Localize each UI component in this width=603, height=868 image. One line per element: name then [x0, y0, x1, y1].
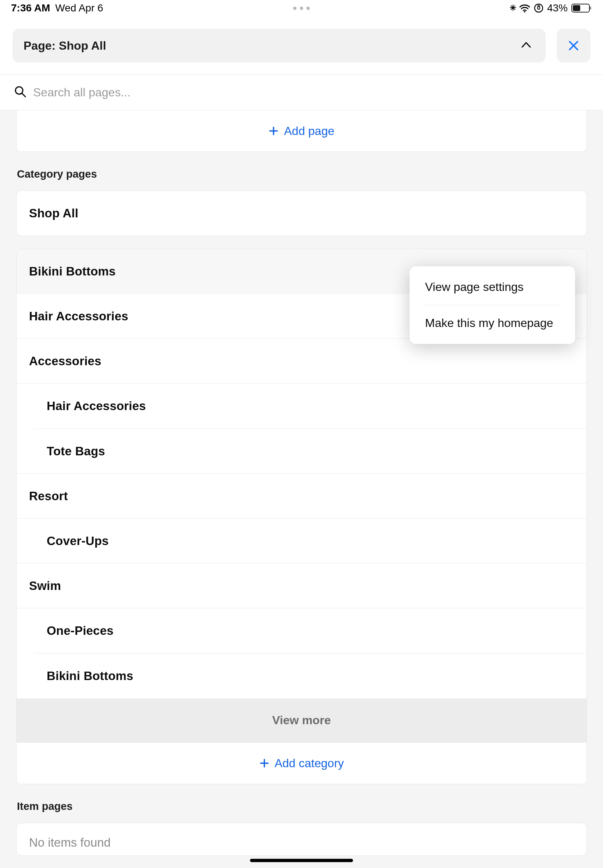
search-icon: [14, 85, 26, 99]
category-row-accessories-hair[interactable]: Hair Accessories: [17, 384, 586, 429]
category-pages-label: Category pages: [16, 152, 587, 190]
chevron-up-icon: [519, 38, 533, 53]
header-bar: Page: Shop All: [0, 16, 603, 74]
menu-item-make-homepage[interactable]: Make this my homepage: [410, 305, 575, 341]
no-items-text: No items found: [17, 823, 586, 853]
category-row-swim[interactable]: Swim: [17, 563, 586, 608]
category-title: Hair Accessories: [29, 309, 128, 323]
view-more-button[interactable]: View more: [17, 698, 586, 743]
category-row-resort-coverups[interactable]: Cover-Ups: [17, 518, 586, 563]
status-bar: 7:36 AM Wed Apr 6 ✳︎ 43%: [0, 0, 603, 16]
category-row-swim-bikini-bottoms[interactable]: Bikini Bottoms: [17, 654, 586, 698]
content-area: Add page Category pages Shop All Bikini …: [0, 110, 603, 868]
add-page-button[interactable]: Add page: [17, 110, 586, 152]
page-selector[interactable]: Page: Shop All: [12, 29, 546, 62]
category-row-resort[interactable]: Resort: [17, 474, 586, 518]
add-category-button[interactable]: Add category: [17, 743, 586, 784]
orientation-lock-icon: [534, 3, 543, 13]
item-pages-card: No items found: [16, 823, 587, 856]
svg-point-0: [524, 11, 526, 12]
svg-rect-2: [538, 7, 540, 9]
search-row[interactable]: [0, 74, 603, 110]
status-date: Wed Apr 6: [55, 2, 103, 14]
multitask-dots[interactable]: [294, 7, 310, 10]
add-page-card: Add page: [16, 110, 587, 152]
category-title: Shop All: [29, 206, 78, 220]
view-more-label: View more: [272, 713, 331, 727]
add-page-label: Add page: [284, 124, 334, 138]
category-title: Tote Bags: [47, 444, 105, 458]
status-left: 7:36 AM Wed Apr 6: [11, 2, 103, 14]
category-title: Resort: [29, 489, 68, 503]
home-indicator[interactable]: [250, 859, 353, 862]
shop-all-card: Shop All: [16, 190, 587, 236]
battery-percent-text: 43%: [547, 2, 568, 14]
context-menu: View page settings Make this my homepage: [410, 266, 575, 344]
close-button[interactable]: [557, 29, 591, 62]
battery-icon: [571, 4, 590, 12]
category-title: Bikini Bottoms: [47, 669, 133, 683]
category-title: Hair Accessories: [47, 399, 146, 413]
item-pages-label: Item pages: [16, 784, 587, 823]
menu-item-view-page-settings[interactable]: View page settings: [410, 269, 575, 305]
category-title: Accessories: [29, 354, 102, 368]
activity-icon: ✳︎: [510, 3, 515, 13]
wifi-icon: [519, 4, 530, 12]
category-row-accessories-tote-bags[interactable]: Tote Bags: [17, 429, 586, 474]
status-right: ✳︎ 43%: [510, 2, 590, 14]
category-title: Swim: [29, 579, 61, 593]
category-title: Cover-Ups: [47, 534, 109, 548]
page-selector-label: Page: Shop All: [23, 39, 106, 53]
category-row-accessories[interactable]: Accessories: [17, 339, 586, 384]
category-row-shop-all[interactable]: Shop All: [17, 191, 586, 236]
category-row-swim-onepieces[interactable]: One-Pieces: [17, 608, 586, 653]
category-title: One-Pieces: [47, 624, 114, 638]
category-title: Bikini Bottoms: [29, 265, 116, 279]
search-input[interactable]: [33, 86, 589, 99]
status-time: 7:36 AM: [11, 2, 50, 14]
add-category-label: Add category: [275, 757, 344, 770]
